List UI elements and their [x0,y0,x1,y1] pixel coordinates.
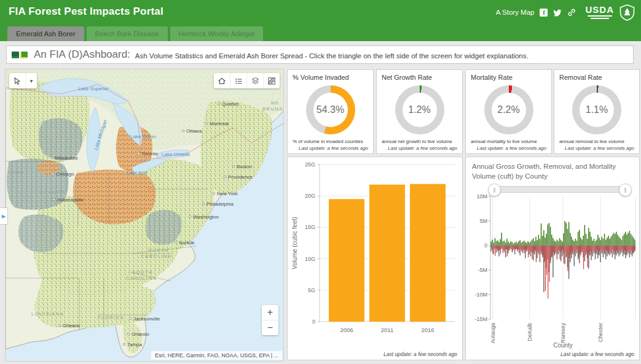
svg-text:CAROLINA: CAROLINA [141,254,171,259]
svg-text:2016: 2016 [421,327,434,333]
gauge-title: Removal Rate [559,74,634,81]
svg-text:Quebec: Quebec [222,101,239,107]
app-header: FIA Forest Pest Impacts Portal A Story M… [0,0,641,25]
dashboard-app: FIA Forest Pest Impacts Portal A Story M… [0,0,641,364]
usda-logo: USDA [585,6,614,19]
home-button[interactable] [214,73,230,88]
gauge-value: 2.2% [497,104,519,115]
zoom-in-button[interactable]: + [262,305,278,320]
map-nav-tools [214,73,280,88]
svg-text:10G: 10G [305,256,315,262]
slider-left-handle[interactable]: ∥ [488,184,501,196]
map-attribution: Esri, HERE, Garmin, FAO, NOAA, USGS, EPA… [151,351,282,360]
bar-chart-canvas: 05G10G15G20G25G200620112016Volume (cubic… [288,157,462,345]
last-update-text: Last update: a few seconds ago [559,145,634,151]
tab-emerald-ash-borer[interactable]: Emerald Ash Borer [7,26,84,41]
tool-dropdown-button[interactable]: ▾ [26,73,37,88]
svg-text:20G: 20G [305,193,315,199]
svg-text:Autauga: Autauga [490,323,496,344]
map-canvas[interactable]: Lake SuperiorLake MichiganLake HuronLake… [6,69,283,361]
story-map-link[interactable]: A Story Map [496,9,535,16]
legend-button[interactable] [230,73,247,88]
forest-service-logo [619,4,635,21]
svg-text:Norfolk: Norfolk [179,240,195,246]
gauge-volume-invaded: % Volume Invaded 54.3% % of volume in in… [287,69,374,154]
layers-button[interactable] [247,73,264,88]
volume-bar-chart-widget: 05G10G15G20G25G200620112016Volume (cubic… [287,157,463,360]
svg-text:ILLINOIS: ILLINOIS [39,189,66,195]
gauge-value: 1.1% [586,104,608,115]
gauge-ring: 54.3% [306,85,355,134]
svg-text:Boston: Boston [237,164,252,169]
svg-text:Lake Huron: Lake Huron [130,134,155,139]
select-tool-button[interactable] [9,73,26,88]
gauge-subtitle: % of volume in invaded counties [293,139,368,144]
gauge-title: Net Growth Rate [382,74,457,81]
svg-text:-15M: -15M [474,316,487,322]
widget-panel-toggle[interactable]: ▶ [0,207,8,225]
svg-text:LOUISIANA: LOUISIANA [31,311,65,317]
gauge-ring: 2.2% [484,85,533,134]
gauge-title: Mortality Rate [471,74,546,81]
pest-tab-bar: Emerald Ash Borer Beech Bark Disease Hem… [0,25,641,41]
county-range-slider[interactable]: ∥ ∥ [489,186,631,193]
gauge-ring: 1.2% [395,85,444,134]
svg-text:Tampa: Tampa [127,342,143,347]
svg-text:Lake Ontario: Lake Ontario [162,152,190,157]
gauge-value: 1.2% [408,104,430,115]
svg-text:Toronto: Toronto [141,151,158,157]
zoom-out-button[interactable]: − [262,320,278,335]
svg-text:5G: 5G [308,287,315,293]
county-chart-title: Annual Gross Growth, Removal, and Mortal… [466,157,633,181]
last-update-text: Last update: a few seconds ago [382,145,457,151]
gauge-value: 54.3% [317,104,344,115]
last-update-text: Last update: a few seconds ago [383,351,457,357]
svg-text:Volume (cubic feet): Volume (cubic feet) [291,217,298,269]
basemap-gallery-button[interactable] [264,73,280,88]
svg-text:IOWA: IOWA [9,169,25,175]
svg-text:0: 0 [312,319,315,325]
svg-text:Ottawa: Ottawa [186,128,202,134]
usda-fs-mini-logo [12,52,28,58]
gauge-subtitle: annual mortality to live volume [471,139,546,144]
gauge-ring: 1.1% [572,85,621,134]
svg-text:BRUNS: BRUNS [262,106,283,112]
gauge-removal-rate: Removal Rate 1.1% annual removal to live… [554,69,640,154]
gauge-net-growth-rate: Net Growth Rate 1.2% annual net growth t… [376,69,463,154]
svg-text:5M: 5M [479,218,487,224]
svg-text:SOUTH: SOUTH [132,269,153,275]
gauge-subtitle: annual net growth to live volume [382,139,457,144]
svg-text:Providence: Providence [228,174,253,180]
header-actions: A Story Map f USDA [496,0,635,25]
county-chart-widget: Annual Gross Growth, Removal, and Mortal… [465,157,640,360]
svg-text:Indianapolis: Indianapolis [57,197,84,203]
svg-text:County: County [553,342,573,349]
svg-text:Chester: Chester [597,323,604,343]
last-update-text: Last update: a few seconds ago [293,145,368,151]
banner-title: An FIA (D)Ashboard: [34,48,130,61]
svg-text:Orlando: Orlando [132,331,149,337]
svg-text:15G: 15G [305,224,315,230]
svg-text:2011: 2011 [381,327,393,333]
svg-text:New York: New York [217,191,238,196]
svg-text:Philadelphia: Philadelphia [206,201,234,207]
link-icon[interactable] [567,8,576,17]
svg-text:FLORIDA: FLORIDA [98,315,124,320]
svg-text:10M: 10M [476,193,487,199]
tab-beech-bark-disease[interactable]: Beech Bark Disease [87,26,168,41]
tab-hemlock-woolly-adelgid[interactable]: Hemlock Woolly Adelgid [170,26,263,41]
svg-text:NORTH: NORTH [148,247,169,253]
svg-text:-10M: -10M [474,292,487,298]
svg-text:Washington: Washington [193,214,219,220]
svg-text:Chicago: Chicago [56,171,74,177]
twitter-icon[interactable] [553,9,562,17]
svg-text:DeKalb: DeKalb [527,323,533,341]
gauge-subtitle: annual removal to live volume [559,139,634,144]
slider-right-handle[interactable]: ∥ [619,184,632,196]
svg-text:Lake Erie: Lake Erie [127,170,147,176]
map-tools: ▾ [9,73,37,88]
svg-text:NE: NE [271,100,279,106]
facebook-icon[interactable]: f [540,9,548,17]
svg-text:Ramsey: Ramsey [560,323,566,344]
last-update-text: Last update: a few seconds ago [560,351,634,357]
